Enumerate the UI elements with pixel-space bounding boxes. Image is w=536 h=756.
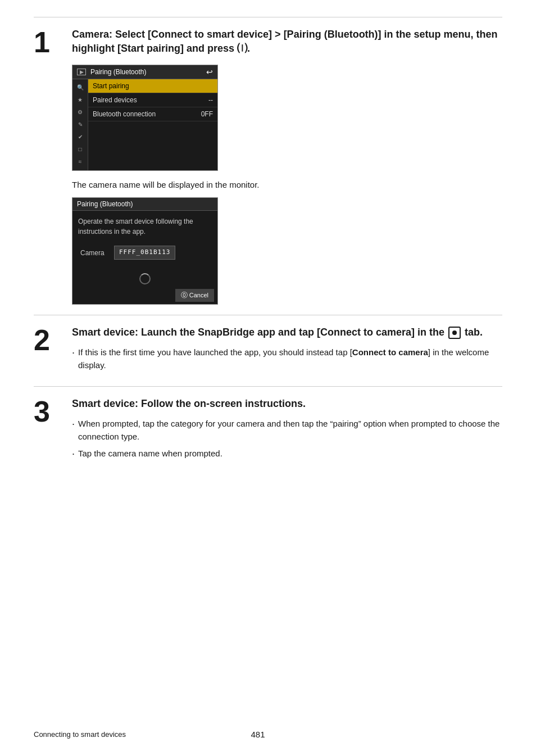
camera-ui-2: Pairing (Bluetooth) Operate the smart de… [72, 197, 218, 305]
menu-empty-space [88, 121, 217, 155]
camera-ui-menu: Start pairing Paired devices -- Bluetoot… [88, 79, 217, 170]
circle-x-icon: ⓪ [181, 291, 188, 300]
cancel-button[interactable]: ⓪ Cancel [175, 289, 214, 302]
step1-number: 1 [34, 28, 62, 57]
step2-bullet: · If this is the first time you have lau… [72, 346, 502, 372]
bullet-dot-icon: · [72, 346, 75, 359]
camera-ui2-header: Pairing (Bluetooth) [72, 198, 217, 211]
cancel-label: Cancel [189, 292, 208, 298]
icon-pencil: ✎ [75, 119, 86, 130]
connect-to-camera-bold: Connect to camera [352, 347, 428, 357]
tab-dot-icon [452, 331, 457, 335]
menu-value-bluetooth-connection: 0FF [201, 110, 213, 118]
icon-wifi: ★ [75, 94, 86, 105]
step3-bullet-2: · Tap the camera name when prompted. [72, 447, 502, 460]
step1-title: Camera: Select [Connect to smart device]… [72, 28, 502, 56]
step2-section: 2 Smart device: Launch the SnapBridge ap… [34, 315, 502, 386]
step1-content: Camera: Select [Connect to smart device]… [72, 28, 502, 305]
camera-id: FFFF_0B1B113 [114, 246, 175, 260]
step3-bullet-1-text: When prompted, tap the category for your… [78, 418, 502, 443]
camera-menu-title: Pairing (Bluetooth) [90, 68, 206, 76]
camera-ui2-body: Operate the smart device following the i… [72, 211, 217, 271]
step2-bullet-text: If this is the first time you have launc… [78, 346, 502, 372]
step1-description: The camera name will be displayed in the… [72, 180, 502, 189]
menu-icon: ▶ [77, 69, 86, 75]
icon-wifi2: ≈ [75, 156, 86, 167]
pairing-instruction: Operate the smart device following the i… [78, 216, 212, 237]
footer-page-number: 481 [126, 730, 390, 739]
footer-label: Connecting to smart devices [34, 730, 126, 739]
bullet-dot-1-icon: · [72, 418, 75, 431]
icon-film: □ [75, 143, 86, 155]
menu-row-paired-devices: Paired devices -- [88, 93, 217, 107]
pairing-screen-title: Pairing (Bluetooth) [77, 200, 133, 208]
camera-ui2-footer: ⓪ Cancel [72, 287, 217, 304]
bullet-dot-2-icon: · [72, 447, 75, 460]
step2-content: Smart device: Launch the SnapBridge app … [72, 325, 502, 376]
icon-lightning: ✔ [75, 131, 86, 142]
page: 1 Camera: Select [Connect to smart devic… [0, 0, 536, 756]
step2-title: Smart device: Launch the SnapBridge app … [72, 325, 502, 339]
menu-row-bluetooth-connection: Bluetooth connection 0FF [88, 107, 217, 121]
menu-item-paired-devices: Paired devices [93, 96, 137, 104]
camera-row: Camera FFFF_0B1B113 [78, 246, 212, 260]
step2-number: 2 [34, 325, 62, 355]
tab-icon [448, 327, 461, 339]
step3-content: Smart device: Follow the on-screen instr… [72, 397, 502, 465]
step3-section: 3 Smart device: Follow the on-screen ins… [34, 386, 502, 476]
camera-ui-body: 🔍 ★ ⚙ ✎ ✔ □ ≈ Start pairing [72, 79, 217, 170]
camera-ui-header: ▶ Pairing (Bluetooth) ↩ [72, 65, 217, 79]
camera-icons-col: 🔍 ★ ⚙ ✎ ✔ □ ≈ [72, 79, 88, 170]
menu-row-start-pairing: Start pairing [88, 79, 217, 93]
step3-number: 3 [34, 397, 62, 426]
back-arrow-icon: ↩ [206, 67, 213, 76]
menu-value-paired-devices: -- [208, 96, 213, 104]
progress-area [72, 273, 217, 284]
step3-bullet-1: · When prompted, tap the category for yo… [72, 418, 502, 443]
step1-section: 1 Camera: Select [Connect to smart devic… [34, 17, 502, 315]
camera-label: Camera [80, 248, 108, 258]
step3-title: Smart device: Follow the on-screen instr… [72, 397, 502, 411]
progress-circle-icon [139, 273, 151, 284]
icon-bluetooth: 🔍 [75, 82, 86, 93]
camera-ui-1: ▶ Pairing (Bluetooth) ↩ 🔍 ★ ⚙ ✎ ✔ □ ≈ [72, 65, 218, 171]
menu-item-start-pairing: Start pairing [93, 82, 129, 90]
menu-item-bluetooth-connection: Bluetooth connection [93, 110, 156, 118]
page-footer: Connecting to smart devices 481 [34, 730, 502, 739]
icon-gear: ⚙ [75, 106, 86, 117]
step3-bullet-2-text: Tap the camera name when prompted. [78, 447, 502, 460]
